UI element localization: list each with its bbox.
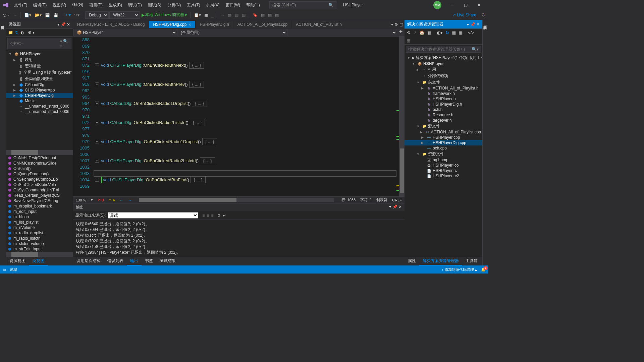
menu-item[interactable]: 窗口(W) xyxy=(223,1,243,9)
editor-vscroll[interactable] xyxy=(399,37,405,196)
folder-icon[interactable]: 📁 xyxy=(8,30,13,35)
tool-btn-4[interactable]: → xyxy=(219,12,226,18)
document-tab[interactable]: ACTION_All_of_Playlist.cpp xyxy=(233,21,292,28)
nav-member[interactable] xyxy=(287,29,397,36)
save-button[interactable]: 💾 xyxy=(44,12,51,18)
menu-item[interactable]: 测试(S) xyxy=(145,1,164,9)
gear-icon[interactable]: ⚙ ▾ xyxy=(28,30,35,35)
sol-btn-4[interactable]: ◐▾ xyxy=(437,30,443,35)
panel-tab[interactable]: 属性 xyxy=(405,257,419,265)
tree-item[interactable]: 🖼bg1.bmp xyxy=(405,157,482,163)
solution-tree[interactable]: ▼◆解决方案"HSHPlayer"(1 个项目/共 1 个)▼📦HSHPlaye… xyxy=(405,54,482,257)
tree-item[interactable]: ▶🔷CHSHPlayerApp xyxy=(6,87,73,93)
tree-item[interactable]: 📄HSHPlayer.rc xyxy=(405,168,482,173)
menu-item[interactable]: 分析(N) xyxy=(165,1,184,9)
panel-tab[interactable]: 类视图 xyxy=(29,257,48,265)
member-item[interactable]: 🔵m_radio_listctrl xyxy=(6,236,73,241)
tree-item[interactable]: hframework.h xyxy=(405,91,482,96)
panel-tab[interactable]: 解决方案资源管理器 xyxy=(419,257,462,265)
eol-mode[interactable]: CRLF xyxy=(392,198,402,202)
tree-item[interactable]: ▶🔷CHSHPlayerDlg xyxy=(6,93,73,98)
member-item[interactable]: 🟣Read_Certain_playlist(CS xyxy=(6,193,73,198)
notifications[interactable]: 🔔2 xyxy=(481,267,486,272)
save-all-button[interactable]: 💾 xyxy=(52,12,60,18)
sol-home[interactable]: 🏠 xyxy=(419,30,425,35)
menu-item[interactable]: 调试(D) xyxy=(125,1,145,9)
panel-tab[interactable]: 调用层次结构 xyxy=(73,257,104,265)
tool-btn-7[interactable]: ▥ xyxy=(240,12,247,18)
split-icon[interactable]: ✚ xyxy=(397,29,405,36)
panel-tab[interactable]: 资源视图 xyxy=(6,257,29,265)
classview-tree[interactable]: ▼📦HSHPlayer▶{}映射{}宏和常量{}全局 Using 别名和 Typ… xyxy=(6,51,73,150)
menu-item[interactable]: 文件(F) xyxy=(11,1,30,9)
member-item[interactable]: 🔵m_droplist_bookmark xyxy=(6,203,73,209)
document-tab[interactable]: HSHPlayerDlg.cpp✕ xyxy=(149,21,196,28)
tree-item[interactable]: hpch.h xyxy=(405,107,482,112)
panel-tab[interactable]: 工具箱 xyxy=(462,257,481,265)
sol-btn-5[interactable]: ▦ xyxy=(452,30,456,35)
member-item[interactable]: 🟣OnSelchangeCombo1Bo xyxy=(6,177,73,182)
classview-hscroll[interactable] xyxy=(6,150,73,155)
tree-item[interactable]: ▫外部依赖项 xyxy=(405,73,482,79)
error-count[interactable]: ⊘ 0 xyxy=(98,198,104,202)
tool-btn-1[interactable]: 📋▾ xyxy=(193,12,202,18)
member-item[interactable]: 🟣OnStnClickedStaticVolu xyxy=(6,182,73,187)
config-select[interactable]: Debug xyxy=(85,11,109,19)
source-control[interactable]: ↑ 添加到源代码管理 ▴ xyxy=(441,267,477,272)
tool-btn-5[interactable]: ▤ xyxy=(226,12,233,18)
tool-btn-3[interactable]: _ xyxy=(210,12,215,18)
tree-item[interactable]: hHSHPlayer.h xyxy=(405,96,482,102)
member-item[interactable]: 🔵m_strEdit_Input xyxy=(6,246,73,252)
right-rail[interactable]: 诊断工具 xyxy=(482,20,488,265)
tree-item[interactable]: ▼📁头文件 xyxy=(405,79,482,85)
tree-item[interactable]: 🖼HSHPlayer.ico xyxy=(405,163,482,168)
refresh-icon[interactable]: ↻ xyxy=(15,30,18,35)
tree-item[interactable]: ▶++HSHPlayer.cpp xyxy=(405,135,482,140)
tree-item[interactable]: ▶{}映射 xyxy=(6,57,73,63)
nav-project[interactable]: 📦 HSHPlayer xyxy=(73,29,177,36)
tree-item[interactable]: ▶++HSHPlayerDlg.cpp xyxy=(405,140,482,145)
tree-item[interactable]: {}宏和常量 xyxy=(6,63,73,69)
tool-btn-8[interactable]: ▤ xyxy=(260,12,266,18)
classview-members[interactable]: 🟣OnNcHitTest(CPoint poi🟣OnNMCustomdrawSl… xyxy=(6,155,73,252)
indent-mode[interactable]: 制表符 xyxy=(376,197,387,202)
tree-item[interactable]: {}全局 Using 别名和 Typedef xyxy=(6,69,73,76)
overview-ruler[interactable] xyxy=(396,37,399,196)
document-tab[interactable]: HSHPlayerDlg.h xyxy=(196,21,233,28)
platform-select[interactable]: Win32 xyxy=(109,11,140,19)
member-item[interactable]: 🔵m_slider_volume xyxy=(6,241,73,246)
menu-item[interactable]: Git(G) xyxy=(69,1,86,9)
undo-button[interactable]: ↶▾ xyxy=(64,12,72,18)
menu-item[interactable]: 项目(P) xyxy=(87,1,105,9)
tree-item[interactable]: ▶▫引用 xyxy=(405,66,482,73)
tree-item[interactable]: ▼📦HSHPlayer xyxy=(405,61,482,66)
member-item[interactable]: 🔵m_list_playlist xyxy=(6,220,73,225)
classview-search[interactable]: ▾ 🔍 ≡ xyxy=(7,38,71,49)
panel-tab[interactable]: 书签 xyxy=(142,257,156,265)
menu-item[interactable]: 视图(V) xyxy=(50,1,69,9)
sol-refresh[interactable]: ↻ xyxy=(445,30,449,35)
output-btn-2[interactable]: ≡ xyxy=(207,213,209,218)
member-item[interactable]: 🟣SaveNewPlaylist(CString xyxy=(6,198,73,203)
admin-icon[interactable]: 🛡 xyxy=(480,12,487,18)
tree-item[interactable]: ▼📦HSHPlayer xyxy=(6,51,73,57)
code-content[interactable]: +void CHSHPlayerDlg::OnBnClickedBtnNext(… xyxy=(94,37,396,196)
tree-item[interactable]: hResource.h xyxy=(405,112,482,118)
output-btn-1[interactable]: ≡ xyxy=(202,213,205,218)
document-tab[interactable]: ACTION_All_of_Playlist.h xyxy=(292,21,346,28)
member-item[interactable]: 🟣OnQueryDragIcon() xyxy=(6,171,73,177)
redo-button[interactable]: ↷▾ xyxy=(73,12,81,18)
prev-issue[interactable]: ← xyxy=(119,198,123,202)
tree-item[interactable]: {}全局函数和变量 xyxy=(6,76,73,82)
maximize-button[interactable]: ▢ xyxy=(459,0,472,10)
warning-count[interactable]: ⚠ 4 xyxy=(108,198,115,202)
tree-item[interactable]: 🔷Music xyxy=(6,98,73,104)
members-hscroll[interactable] xyxy=(6,252,73,257)
tree-item[interactable]: ++pch.cpp xyxy=(405,145,482,151)
filter-icon[interactable]: ◐ xyxy=(20,30,24,35)
sol-btn-3[interactable]: ▦ xyxy=(427,30,431,35)
tree-item[interactable]: htargetver.h xyxy=(405,118,482,123)
sol-btn-8[interactable]: ▦ xyxy=(407,38,411,43)
menu-item[interactable]: 编辑(E) xyxy=(31,1,49,9)
editor-hscroll[interactable] xyxy=(139,198,334,202)
